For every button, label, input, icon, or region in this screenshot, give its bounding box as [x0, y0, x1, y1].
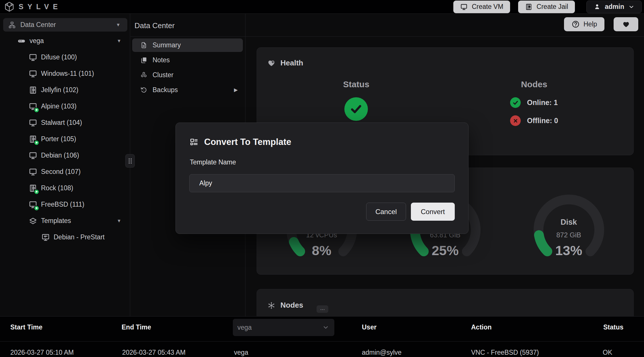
monitor-icon — [29, 200, 37, 209]
table-divider — [0, 341, 644, 342]
dialog-actions: Cancel Convert — [366, 203, 455, 221]
layers-icon — [29, 217, 37, 225]
template-name-input[interactable] — [189, 174, 455, 192]
tree-item-debian-106[interactable]: Debian (106) — [0, 147, 130, 164]
running-play-badge — [34, 107, 39, 113]
audit-log-table: Start Time End Time User Action Status v… — [0, 316, 644, 357]
disk-gauge-value: 872 GiB — [532, 231, 606, 239]
running-play-badge — [34, 140, 39, 145]
disk-gauge: Disk872 GiB13% — [507, 168, 631, 274]
favorite-button[interactable] — [614, 17, 638, 31]
cell-end-time: 2026-03-27 05:43 AM — [122, 349, 186, 356]
jail-icon — [29, 135, 37, 143]
disk-gauge-percent: 13% — [532, 242, 606, 258]
health-columns: Status Nodes Online: 1 Offline: 0 — [267, 79, 623, 126]
running-play-badge — [34, 205, 39, 211]
nav-item-label: Summary — [153, 41, 181, 49]
node-filter-select[interactable]: vega — [233, 319, 334, 336]
tree-item-second-107[interactable]: Second (107) — [0, 164, 130, 180]
tree-item-windows-11-101[interactable]: Windows-11 (101) — [0, 65, 130, 82]
heart-plus-icon — [267, 59, 276, 67]
nav-item-label: Notes — [153, 56, 170, 64]
nav-item-backups[interactable]: Backups▶ — [132, 83, 243, 97]
node-filter-value: vega — [237, 324, 252, 331]
cell-user: admin@sylve — [362, 349, 401, 356]
create-jail-label: Create Jail — [536, 3, 568, 11]
sylve-app: SYLVE Create VM Create Jail admin Data C… — [0, 0, 644, 357]
memory-gauge-percent: 25% — [408, 242, 483, 258]
server-icon — [17, 37, 26, 45]
monitor-icon — [29, 151, 37, 160]
convert-button[interactable]: Convert — [411, 203, 455, 221]
tree-item-label: vega — [30, 37, 44, 45]
nav-item-label: Cluster — [153, 71, 173, 79]
tree-item-label: Alpine (103) — [41, 102, 77, 110]
health-card-title: Health — [267, 59, 623, 67]
create-jail-button[interactable]: Create Jail — [518, 1, 575, 13]
offline-label: Offline: 0 — [527, 117, 558, 125]
nav-item-cluster[interactable]: Cluster — [132, 68, 243, 82]
chevron-down-icon — [628, 4, 635, 10]
col-header-action: Action — [471, 323, 492, 331]
tree-item-label: Debian (106) — [41, 152, 79, 159]
tree-item-freebsd-111[interactable]: FreeBSD (111) — [0, 196, 130, 213]
cancel-button[interactable]: Cancel — [366, 203, 406, 221]
grip-dots-icon — [127, 157, 133, 165]
tree-item-templates[interactable]: Templates▼ — [0, 213, 130, 229]
nodes-card-title-text: Nodes — [280, 301, 303, 310]
hub-icon — [267, 301, 276, 310]
section-nav: SummaryNotesClusterBackups▶ — [132, 38, 243, 98]
monitor-icon — [29, 53, 37, 62]
monitor-icon — [29, 168, 37, 176]
tree-item-label: Jellyfin (102) — [41, 86, 78, 94]
nav-item-notes[interactable]: Notes — [132, 53, 243, 67]
help-button[interactable]: Help — [564, 17, 604, 31]
triangle-down-icon: ▼ — [117, 218, 121, 224]
tree-item-alpine-103[interactable]: Alpine (103) — [0, 98, 130, 115]
tree-item-difuse-100[interactable]: Difuse (100) — [0, 49, 130, 65]
tree-item-label: FreeBSD (111) — [41, 201, 84, 208]
cell-status: OK — [603, 349, 612, 356]
hierarchy-icon — [8, 21, 16, 29]
tree-item-vega[interactable]: vega ▼ — [0, 33, 130, 49]
tree-item-label: Difuse (100) — [41, 53, 77, 61]
dialog-title-text: Convert To Template — [204, 137, 291, 147]
nav-item-summary[interactable]: Summary — [132, 38, 243, 52]
tree-item-rock-108[interactable]: Rock (108) — [0, 180, 130, 196]
header-divider — [130, 36, 644, 37]
sidebar-resize-handle[interactable] — [125, 154, 135, 168]
monitor-sparkle-icon — [41, 233, 50, 242]
create-vm-button[interactable]: Create VM — [453, 1, 510, 13]
tree-item-label: Debian - PreStart — [54, 233, 105, 241]
running-play-badge — [34, 189, 39, 195]
status-heading: Status — [343, 79, 369, 89]
status-column: Status — [267, 79, 445, 126]
col-header-end-time: End Time — [122, 323, 151, 331]
topbar-actions: Create VM Create Jail admin — [453, 1, 642, 13]
tree-item-jellyfin-102[interactable]: Jellyfin (102) — [0, 82, 130, 98]
nodes-card-title: Nodes ... — [267, 301, 623, 313]
user-menu-label: admin — [605, 3, 624, 11]
app-logo: SYLVE — [4, 1, 62, 12]
jail-icon — [525, 3, 532, 11]
file-text-icon — [140, 42, 147, 49]
user-menu-button[interactable]: admin — [586, 1, 642, 13]
copy-icon — [140, 57, 147, 64]
triangle-right-icon: ▶ — [234, 87, 238, 93]
tree-item-debian-prestart[interactable]: Debian - PreStart — [0, 229, 130, 245]
monitor-icon — [460, 3, 468, 11]
tree-item-label: Porter (105) — [41, 135, 76, 143]
tree-item-label: Stalwart (104) — [41, 119, 82, 127]
tree-item-stalwart-104[interactable]: Stalwart (104) — [0, 115, 130, 131]
question-icon — [571, 20, 580, 28]
cube-logo-icon — [4, 1, 15, 12]
nodes-column: Nodes Online: 1 Offline: 0 — [445, 79, 623, 126]
health-title-text: Health — [280, 59, 303, 67]
tree-item-label: Templates — [41, 217, 71, 225]
datacenter-selector[interactable]: Data Center ▼ — [3, 18, 127, 32]
cell-start-time: 2026-03-27 05:10 AM — [10, 349, 74, 356]
hexagons-icon — [140, 71, 147, 79]
vm-tree: vega ▼ Difuse (100)Windows-11 (101)Jelly… — [0, 33, 130, 245]
tree-item-porter-105[interactable]: Porter (105) — [0, 131, 130, 147]
tree-item-label: Second (107) — [41, 168, 81, 176]
